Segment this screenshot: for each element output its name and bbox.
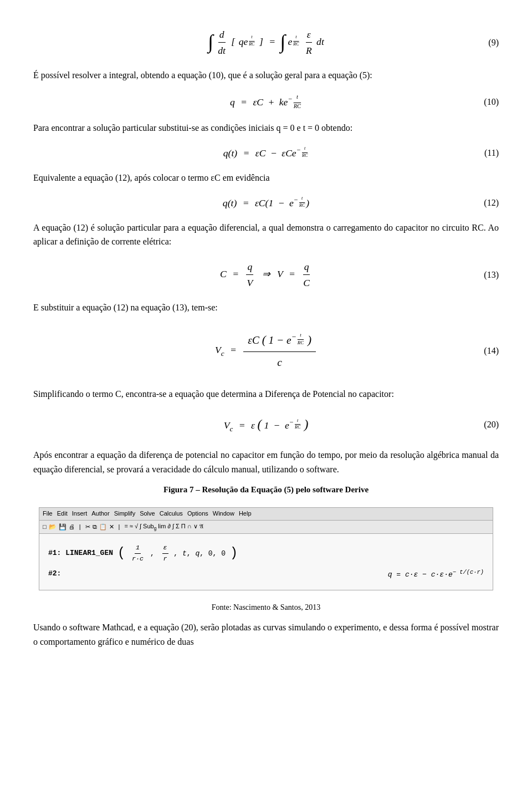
figure-toolbar-icons: □ 📂 💾 🖨 | ✂ ⧉ 📋 ✕ | = ≈ √ ∫ Subg lim ∂ ∫… xyxy=(39,521,493,534)
menu-options: Options xyxy=(187,509,208,519)
eq9-number: (9) xyxy=(488,35,499,50)
eq13-number: (13) xyxy=(484,268,499,282)
line1-paren-open: ( xyxy=(117,543,125,564)
cut-icon: ✂ xyxy=(85,522,90,532)
delete-icon: ✕ xyxy=(109,522,114,532)
paragraph-7: Após encontrar a equação da diferença de… xyxy=(33,448,499,476)
paragraph-1: É possível resolver a integral, obtendo … xyxy=(33,68,499,83)
line2-result: q = c·ε − c·ε·e− t/(c·r) xyxy=(388,568,484,581)
menu-help: Help xyxy=(239,509,252,519)
save-icon: 💾 xyxy=(59,522,66,532)
figure-row-2: #2: q = c·ε − c·ε·e− t/(c·r) xyxy=(48,568,484,581)
eq14-number: (14) xyxy=(484,344,499,358)
equation-13: C = q V ⇒ V = q C (13) xyxy=(33,259,499,290)
paragraph-2: Para encontrar a solução particular subs… xyxy=(33,121,499,135)
paragraph-8: Usando o software Mathcad, e a equação (… xyxy=(33,620,499,649)
equation-12: q(t) = εC(1 − e−tRC) (12) xyxy=(33,195,499,211)
equation-9: ∫ d dt [ qetRC ] = ∫ etRC ε R dt (9) xyxy=(33,27,499,58)
line1-paren-close: ) xyxy=(230,543,238,564)
copy-icon: ⧉ xyxy=(93,522,97,532)
open-icon: 📂 xyxy=(49,522,57,532)
figure-derive-content: #1: LINEAR1_GEN ( 1 r·c , ε r , t, q, 0,… xyxy=(39,534,493,590)
paragraph-3: Equivalente a equação (12), após colocar… xyxy=(33,171,499,185)
menu-edit: Edit xyxy=(57,509,68,519)
paragraph-6: Simplificando o termo C, encontra-se a e… xyxy=(33,387,499,401)
line1-arg1: 1 r·c , ε r , t, q, 0, 0 xyxy=(130,543,226,564)
menu-simplify: Simplify xyxy=(114,509,136,519)
menu-window: Window xyxy=(213,509,234,519)
line1-label: #1: LINEAR1_GEN xyxy=(48,548,113,559)
menu-calculus: Calculus xyxy=(160,509,183,519)
paragraph-5: E substituir a equação (12) na equação (… xyxy=(33,300,499,315)
eq10-content: q = εC + ke−tRC xyxy=(230,93,302,111)
page-content: ∫ d dt [ qetRC ] = ∫ etRC ε R dt (9) É p… xyxy=(33,27,499,649)
toolbar-icons-math: = ≈ √ ∫ Subg lim ∂ ∫ Σ Π ∩ ∨ 𝔄 xyxy=(124,522,203,532)
equation-11: q(t) = εC − εCe−tRC (11) xyxy=(33,145,499,161)
new-icon: □ xyxy=(43,522,47,532)
eq12-number: (12) xyxy=(484,196,499,210)
figure-box: File Edit Insert Author Simplify Solve C… xyxy=(39,507,493,590)
paragraph-4: A equação (12) é solução particular para… xyxy=(33,221,499,249)
menu-author: Author xyxy=(91,509,109,519)
eq20-content: Vc = ε ( 1 − e−tRC ) xyxy=(224,415,309,435)
menu-insert: Insert xyxy=(72,509,88,519)
eq9-content: ∫ d dt [ qetRC ] = ∫ etRC ε R dt xyxy=(208,27,324,58)
menu-file: File xyxy=(43,509,53,519)
eq11-content: q(t) = εC − εCe−tRC xyxy=(223,145,309,161)
equation-20: Vc = ε ( 1 − e−tRC ) (20) xyxy=(33,415,499,435)
eq11-number: (11) xyxy=(484,146,499,160)
menu-solve: Solve xyxy=(140,509,155,519)
eq13-content: C = q V ⇒ V = q C xyxy=(220,259,312,290)
equation-14: Vc = εC ( 1 − e−tRC ) c (14) xyxy=(33,328,499,374)
figure-row-1: #1: LINEAR1_GEN ( 1 r·c , ε r , t, q, 0,… xyxy=(48,543,484,564)
line2-label: #2: xyxy=(48,568,66,580)
equation-10: q = εC + ke−tRC (10) xyxy=(33,93,499,111)
paste-icon: 📋 xyxy=(99,522,107,532)
figure-caption: Figura 7 – Resolução da Equação (5) pelo… xyxy=(33,483,499,496)
figure-toolbar-menu: File Edit Insert Author Simplify Solve C… xyxy=(39,508,493,521)
figure-source: Fonte: Nascimento & Santos, 2013 xyxy=(33,602,499,614)
eq14-content: Vc = εC ( 1 − e−tRC ) c xyxy=(215,328,317,374)
print-icon: 🖨 xyxy=(69,522,75,532)
eq10-number: (10) xyxy=(484,95,499,109)
eq20-number: (20) xyxy=(484,417,499,432)
eq12-content: q(t) = εC(1 − e−tRC) xyxy=(223,195,309,211)
